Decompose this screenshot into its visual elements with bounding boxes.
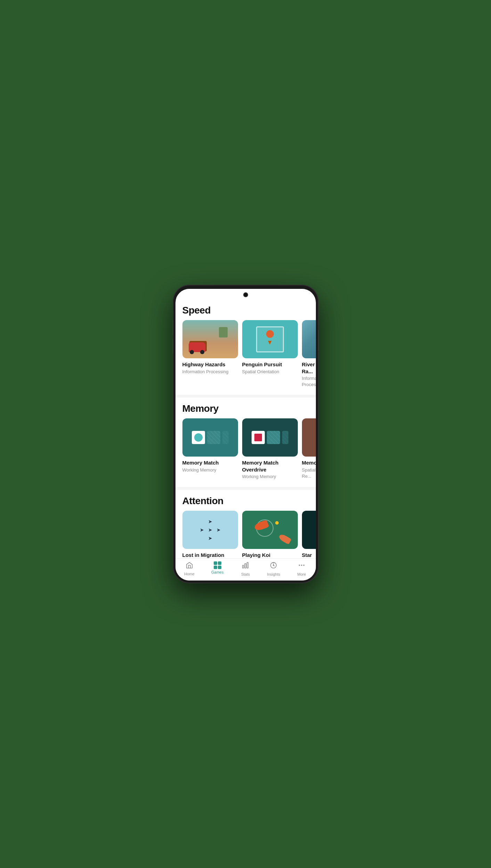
volume-down-button[interactable]: [173, 339, 173, 354]
game-memory-3-partial[interactable]: Memory Spatial Re...: [302, 418, 316, 480]
arr5: ➤: [207, 526, 214, 533]
thumb-penguin-pursuit: ▼: [242, 320, 298, 358]
nav-item-more[interactable]: More: [288, 561, 316, 576]
mem-card-front: [192, 431, 205, 444]
svg-rect-1: [245, 564, 246, 568]
highway-hazards-title: Highway Hazards: [182, 361, 238, 368]
section-attention: Attention ➤ ➤ ➤ ➤: [175, 490, 316, 558]
home-icon: [186, 561, 193, 571]
fish-shape: [266, 330, 274, 338]
highway-hazards-subtitle: Information Processing: [182, 369, 238, 375]
section-speed: Speed Highway Hazards Information Proces…: [175, 299, 316, 395]
nav-stats-label: Stats: [241, 572, 250, 576]
game-lost-in-migration[interactable]: ➤ ➤ ➤ ➤ ➤ Lost in Migration Selec: [182, 511, 238, 558]
memory-3-title: Memory: [302, 459, 316, 466]
arr8: ➤: [207, 535, 214, 542]
nav-item-home[interactable]: Home: [175, 561, 204, 576]
mem-card-back-2: [222, 431, 229, 444]
game-memory-match[interactable]: Memory Match Working Memory: [182, 418, 238, 480]
memory-overdrive-title: Memory Match Overdrive: [242, 459, 298, 473]
thumb-river-rush: [302, 320, 316, 358]
camera-notch: [175, 289, 316, 299]
nav-games-label: Games: [211, 570, 223, 574]
section-attention-header: Attention: [175, 490, 316, 511]
thumb-star-search: [302, 511, 316, 549]
mem-overdrive-back-2: [282, 431, 288, 444]
memory-overdrive-subtitle: Working Memory: [242, 474, 298, 480]
thumb-memory-match: [182, 418, 238, 457]
nav-insights-label: Insights: [267, 572, 280, 576]
section-memory-header: Memory: [175, 398, 316, 418]
game-star-search-partial[interactable]: Star Sear... Selective...: [302, 511, 316, 558]
mem-circle-icon: [194, 433, 203, 442]
koi-title: Playing Koi: [242, 552, 298, 558]
bottom-navigation: Home Games: [175, 558, 316, 581]
kart-icon: [189, 342, 205, 352]
arr1: [198, 518, 205, 525]
games-grid-icon: [214, 561, 221, 569]
thumb-memory-overdrive: [242, 418, 298, 457]
front-camera: [243, 292, 248, 297]
memory-3-subtitle: Spatial Re...: [302, 467, 316, 479]
svg-point-6: [301, 565, 302, 566]
mem-card-back-1: [207, 431, 220, 444]
insights-icon: [270, 561, 277, 571]
arr4: ➤: [198, 526, 205, 533]
migration-title: Lost in Migration: [182, 552, 238, 558]
river-rush-subtitle: Informatio... Processin...: [302, 375, 316, 388]
speed-games-row: Highway Hazards Information Processing ▼…: [175, 320, 316, 395]
penguin-pursuit-subtitle: Spatial Orientation: [242, 369, 298, 375]
arr2: ➤: [207, 518, 214, 525]
svg-rect-0: [243, 565, 244, 568]
phone-screen: Speed Highway Hazards Information Proces…: [175, 289, 316, 581]
star-search-title: Star Sear...: [302, 552, 316, 558]
svg-point-4: [273, 565, 274, 566]
koi-ball: [275, 521, 279, 525]
more-icon: [298, 561, 305, 571]
mem-overdrive-back-1: [267, 431, 280, 444]
game-penguin-pursuit[interactable]: ▼ Penguin Pursuit Spatial Orientation: [242, 320, 298, 388]
memory-games-row: Memory Match Working Memory Memory Match: [175, 418, 316, 487]
koi-fish-2: [278, 533, 291, 544]
penguin-pursuit-title: Penguin Pursuit: [242, 361, 298, 368]
game-river-rush-partial[interactable]: River Ra... Informatio... Processin...: [302, 320, 316, 388]
memory-match-subtitle: Working Memory: [182, 467, 238, 473]
arr7: [198, 535, 205, 542]
nav-item-insights[interactable]: Insights: [260, 561, 288, 576]
arrow-group: ➤ ➤ ➤ ➤ ➤: [198, 518, 222, 542]
attention-games-row: ➤ ➤ ➤ ➤ ➤ Lost in Migration Selec: [175, 511, 316, 558]
fish-tank: ▼: [256, 326, 284, 352]
thumb-memory-3: [302, 418, 316, 457]
thumb-koi: [242, 511, 298, 549]
power-button[interactable]: [318, 330, 319, 351]
mem-card-red-front: [252, 431, 265, 444]
nav-home-label: Home: [184, 572, 194, 576]
games-icon: [214, 561, 221, 569]
arr9: [215, 535, 222, 542]
section-memory: Memory Memory Match Working Memory: [175, 398, 316, 487]
nav-item-games[interactable]: Games: [203, 561, 231, 576]
river-rush-title: River Ra...: [302, 361, 316, 375]
section-speed-header: Speed: [175, 299, 316, 320]
game-playing-koi[interactable]: Playing Koi Divided Attention: [242, 511, 298, 558]
nav-more-label: More: [297, 572, 306, 576]
divider-1: [175, 395, 316, 398]
divider-2: [175, 487, 316, 490]
stats-icon: [242, 561, 249, 571]
volume-up-button[interactable]: [173, 319, 173, 335]
thumb-migration: ➤ ➤ ➤ ➤ ➤: [182, 511, 238, 549]
thumb-highway-hazards: [182, 320, 238, 358]
game-memory-match-overdrive[interactable]: Memory Match Overdrive Working Memory: [242, 418, 298, 480]
svg-rect-2: [247, 562, 248, 568]
svg-point-5: [299, 565, 300, 566]
arr3: [215, 518, 222, 525]
arr6: ➤: [215, 526, 222, 533]
nav-item-stats[interactable]: Stats: [231, 561, 260, 576]
mem-square-red-icon: [254, 434, 262, 441]
game-highway-hazards[interactable]: Highway Hazards Information Processing: [182, 320, 238, 388]
fish-arrow: ▼: [267, 339, 273, 346]
main-scroll[interactable]: Speed Highway Hazards Information Proces…: [175, 299, 316, 558]
svg-point-7: [303, 565, 305, 566]
memory-match-title: Memory Match: [182, 459, 238, 466]
phone-shell: Speed Highway Hazards Information Proces…: [173, 285, 319, 583]
